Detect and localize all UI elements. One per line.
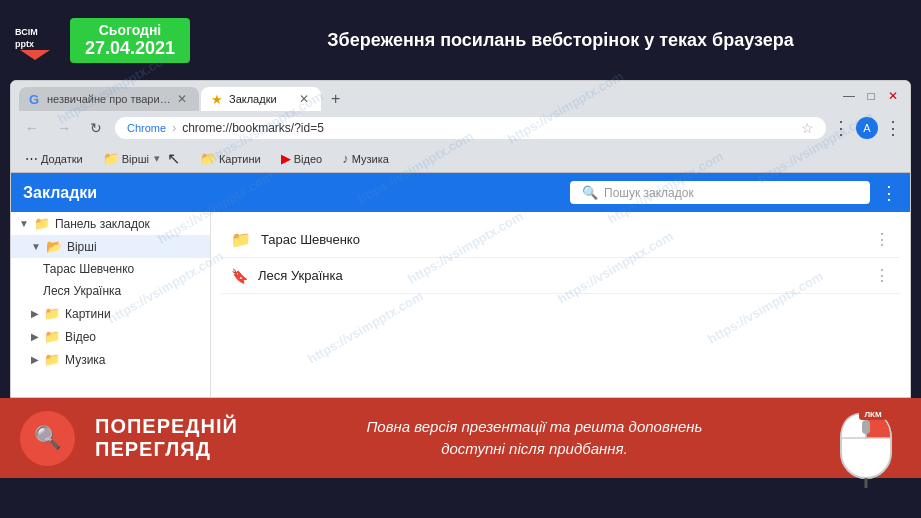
folder-virshi-sidebar-icon: 📂 [46, 239, 62, 254]
minimize-button[interactable]: — [840, 87, 858, 105]
kartyny-label: Картини [219, 153, 261, 165]
apps-icon: ⋯ [25, 151, 38, 166]
sidebar-item-video[interactable]: ▶ 📁 Відео [11, 325, 210, 348]
tab-animals[interactable]: G незвичайне про тварин - Пош... ✕ [19, 87, 199, 111]
url-display: chrome://bookmarks/?id=5 [182, 121, 795, 135]
sidebar-item-music[interactable]: ▶ 📁 Музика [11, 348, 210, 371]
bookmarks-page-header: Закладки 🔍 Пошук закладок ⋮ [11, 173, 910, 212]
omnibox[interactable]: Chrome › chrome://bookmarks/?id=5 ☆ [115, 117, 826, 139]
sidebar-item-kartyny[interactable]: ▶ 📁 Картини [11, 302, 210, 325]
entry-more-ukrainka[interactable]: ⋮ [874, 266, 890, 285]
tab-close-bookmarks[interactable]: ✕ [297, 92, 311, 106]
svg-rect-5 [862, 420, 870, 434]
header: ВСІМ pptx Сьогодні 27.04.2021 Збереження… [0, 0, 921, 80]
bookmark-entry-ukrainka[interactable]: 🔖 Леся Українка ⋮ [221, 258, 900, 294]
footer-main-text: Повна версія презентації та решта доповн… [258, 416, 811, 461]
chevron-music: ▶ [31, 354, 39, 365]
svg-text:ВСІМ: ВСІМ [15, 27, 38, 37]
preview-icon: 🔍 [20, 411, 75, 466]
tab-label-animals: незвичайне про тварин - Пош... [47, 93, 171, 105]
bookmarks-main: 📁 Тарас Шевченко ⋮ 🔖 Леся Українка ⋮ [211, 212, 910, 397]
entry-label-ukrainka: Леся Українка [258, 268, 864, 283]
bookmarks-search[interactable]: 🔍 Пошук закладок [570, 181, 870, 204]
new-tab-button[interactable]: + [323, 87, 348, 111]
footer-text-line2: доступні після придбання. [258, 438, 811, 461]
entry-folder-icon-shevchenko: 📁 [231, 230, 251, 249]
sidebar-item-ukrainka[interactable]: Леся Українка [11, 280, 210, 302]
close-button[interactable]: ✕ [884, 87, 902, 105]
sidebar-item-shevchenko[interactable]: Тарас Шевченко [11, 258, 210, 280]
bookmarks-bar-virshi[interactable]: 📁 Вірші ▾ ↖ [97, 147, 186, 170]
browser-window: G незвичайне про тварин - Пош... ✕ ★ Зак… [10, 80, 911, 398]
virshi-label: Вірші [122, 153, 149, 165]
sidebar-label-kartyny: Картини [65, 307, 111, 321]
tab-favicon-bookmarks: ★ [211, 92, 225, 106]
bookmark-entry-shevchenko[interactable]: 📁 Тарас Шевченко ⋮ [221, 222, 900, 258]
profile-avatar[interactable]: A [856, 117, 878, 139]
cursor-indicator: ↖ [167, 149, 180, 168]
bookmarks-bar-apps[interactable]: ⋯ Додатки [19, 149, 89, 168]
bookmarks-bar-music[interactable]: ♪ Музика [336, 149, 395, 168]
folder-panel-icon: 📁 [34, 216, 50, 231]
tab-bar: G незвичайне про тварин - Пош... ✕ ★ Зак… [19, 87, 348, 111]
footer-text-line1: Повна версія презентації та решта доповн… [258, 416, 811, 439]
apps-label: Додатки [41, 153, 83, 165]
entry-label-shevchenko: Тарас Шевченко [261, 232, 864, 247]
music-label: Музика [352, 153, 389, 165]
reload-button[interactable]: ↻ [83, 115, 109, 141]
window-controls: — □ ✕ [840, 87, 902, 111]
bookmarks-more-button[interactable]: ⋮ [880, 182, 898, 204]
sidebar-label-music: Музика [65, 353, 106, 367]
bookmark-star-icon[interactable]: ☆ [801, 120, 814, 136]
sidebar-label-ukrainka: Леся Українка [43, 284, 121, 298]
music-icon: ♪ [342, 151, 349, 166]
date-box: Сьогодні 27.04.2021 [70, 18, 190, 63]
chevron-kartyny: ▶ [31, 308, 39, 319]
sidebar-item-panel[interactable]: ▼ 📁 Панель закладок [11, 212, 210, 235]
forward-button[interactable]: → [51, 115, 77, 141]
entry-more-shevchenko[interactable]: ⋮ [874, 230, 890, 249]
folder-video-sidebar-icon: 📁 [44, 329, 60, 344]
footer-bar: 🔍 ПОПЕРЕДНІЙ ПЕРЕГЛЯД Повна версія презе… [0, 398, 921, 478]
chevron-video: ▶ [31, 331, 39, 342]
video-label: Відео [294, 153, 322, 165]
maximize-button[interactable]: □ [862, 87, 880, 105]
folder-music-sidebar-icon: 📁 [44, 352, 60, 367]
tab-close-animals[interactable]: ✕ [175, 92, 189, 106]
footer-label-preview1: ПОПЕРЕДНІЙ [95, 415, 238, 438]
svg-text:pptx: pptx [15, 39, 34, 49]
search-placeholder: Пошук закладок [604, 186, 694, 200]
footer-preview-text: ПОПЕРЕДНІЙ ПЕРЕГЛЯД [95, 415, 238, 461]
bookmarks-bar-kartyny[interactable]: 📁 Картини [194, 149, 267, 168]
chrome-menu-icon[interactable]: ⋮ [884, 117, 902, 139]
sidebar-label-shevchenko: Тарас Шевченко [43, 262, 134, 276]
bookmarks-page-body: ▼ 📁 Панель закладок ▼ 📂 Вірші Тарас Шевч… [11, 212, 910, 397]
browser-label: Chrome [127, 122, 166, 134]
logo: ВСІМ pptx [10, 15, 60, 65]
bookmarks-page-title: Закладки [23, 184, 560, 202]
sidebar-item-virshi[interactable]: ▼ 📂 Вірші [11, 235, 210, 258]
browser-chrome: G незвичайне про тварин - Пош... ✕ ★ Зак… [11, 81, 910, 111]
video-icon: ▶ [281, 151, 291, 166]
chevron-virshi: ▼ [31, 241, 41, 252]
footer-label-preview2: ПЕРЕГЛЯД [95, 438, 238, 461]
tab-bookmarks[interactable]: ★ Закладки ✕ [201, 87, 321, 111]
url-divider: › [172, 121, 176, 135]
sidebar-label-virshi: Вірші [67, 240, 97, 254]
back-button[interactable]: ← [19, 115, 45, 141]
bookmarks-bar-video[interactable]: ▶ Відео [275, 149, 328, 168]
date-label: Сьогодні [80, 22, 180, 38]
svg-text:ЛКМ: ЛКМ [864, 410, 881, 419]
mouse-illustration: ЛКМ [831, 398, 901, 478]
tab-favicon-google: G [29, 92, 43, 106]
folder-virshi-icon: 📁 [103, 151, 119, 166]
page-content: Закладки 🔍 Пошук закладок ⋮ ▼ 📁 Панель з… [11, 173, 910, 397]
chevron-panel: ▼ [19, 218, 29, 229]
extensions-icon[interactable]: ⋮ [832, 117, 850, 139]
bookmarks-sidebar: ▼ 📁 Панель закладок ▼ 📂 Вірші Тарас Шевч… [11, 212, 211, 397]
header-title: Збереження посилань вебсторінок у теках … [210, 30, 911, 51]
bookmarks-toolbar: ⋯ Додатки 📁 Вірші ▾ ↖ 📁 Картини ▶ Відео … [11, 145, 910, 173]
sidebar-label-panel: Панель закладок [55, 217, 150, 231]
tab-label-bookmarks: Закладки [229, 93, 293, 105]
folder-kartyny-sidebar-icon: 📁 [44, 306, 60, 321]
